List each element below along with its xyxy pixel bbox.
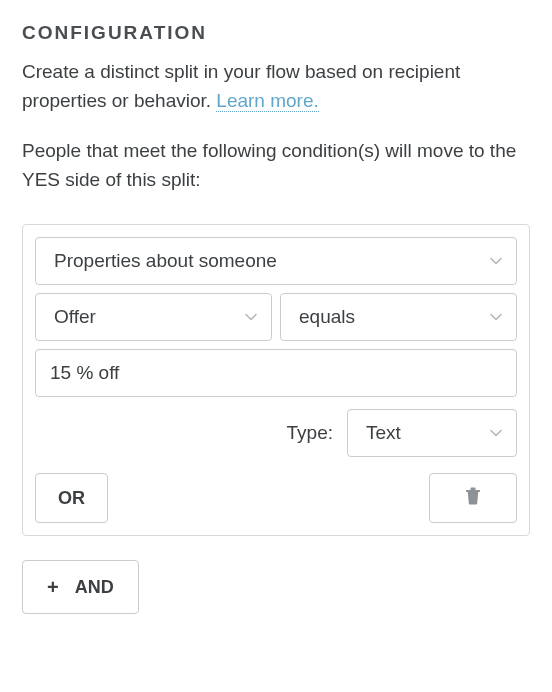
svg-rect-1 [471,488,476,491]
learn-more-link[interactable]: Learn more. [216,90,318,112]
operator-select[interactable]: equals [280,293,517,341]
type-select[interactable]: Text [347,409,517,457]
condition-instruction: People that meet the following condition… [22,137,530,194]
type-row: Type: Text [35,409,517,457]
property-value: Offer [54,306,96,328]
svg-rect-0 [466,490,480,492]
condition-source-select[interactable]: Properties about someone [35,237,517,285]
type-label: Type: [287,422,333,444]
chevron-down-icon [490,257,502,265]
chevron-down-icon [245,313,257,321]
chevron-down-icon [490,429,502,437]
or-button[interactable]: OR [35,473,108,523]
type-value: Text [366,422,401,444]
property-select[interactable]: Offer [35,293,272,341]
condition-source-value: Properties about someone [54,250,277,272]
condition-group: Properties about someone Offer equals Ty… [22,224,530,536]
and-button-label: AND [75,577,114,598]
and-button[interactable]: + AND [22,560,139,614]
plus-icon: + [47,577,59,597]
configuration-heading: CONFIGURATION [22,22,530,44]
operator-value: equals [299,306,355,328]
chevron-down-icon [490,313,502,321]
delete-condition-button[interactable] [429,473,517,523]
trash-icon [465,487,481,509]
value-input[interactable] [35,349,517,397]
configuration-description: Create a distinct split in your flow bas… [22,58,530,115]
